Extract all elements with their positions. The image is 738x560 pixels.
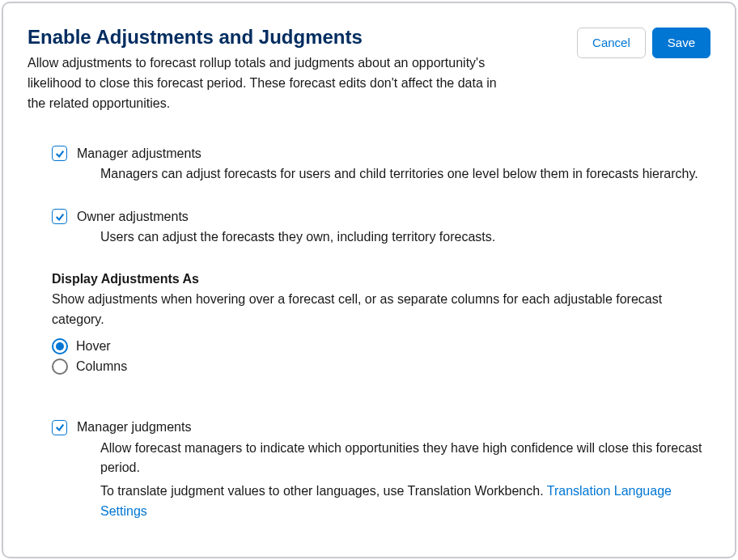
modal-content: Manager adjustments Managers can adjust … [28,146,710,521]
radio-hover[interactable] [52,338,68,354]
manager-judgments-row: Manager judgments [52,420,702,435]
radio-columns[interactable] [52,358,68,375]
manager-adjustments-checkbox[interactable] [52,146,67,161]
manager-judgments-desc2-prefix: To translate judgment values to other la… [100,484,547,498]
radio-hover-row: Hover [52,338,702,354]
owner-adjustments-checkbox[interactable] [52,209,67,224]
radio-columns-label: Columns [76,359,127,374]
header-text-block: Enable Adjustments and Judgments Allow a… [28,26,497,113]
modal-header: Enable Adjustments and Judgments Allow a… [28,26,710,113]
owner-adjustments-desc: Users can adjust the forecasts they own,… [100,227,702,248]
check-icon [55,422,65,432]
display-adjustments-desc: Show adjustments when hovering over a fo… [52,290,702,330]
check-icon [55,149,65,159]
modal-subtitle: Allow adjustments to forecast rollup tot… [28,53,497,113]
check-icon [55,212,65,222]
header-buttons: Cancel Save [577,28,710,58]
manager-adjustments-option: Manager adjustments Managers can adjust … [52,146,702,185]
display-adjustments-section: Display Adjustments As Show adjustments … [52,272,702,375]
owner-adjustments-label: Owner adjustments [77,210,189,224]
manager-judgments-desc: Allow forecast managers to indicate whic… [100,439,702,479]
manager-judgments-desc2: To translate judgment values to other la… [100,482,702,522]
enable-adjustments-modal: Enable Adjustments and Judgments Allow a… [2,2,736,558]
manager-judgments-label: Manager judgments [77,420,191,435]
display-adjustments-heading: Display Adjustments As [52,272,702,286]
manager-adjustments-label: Manager adjustments [77,146,201,161]
cancel-button[interactable]: Cancel [577,28,646,58]
radio-hover-label: Hover [76,339,111,354]
save-button[interactable]: Save [652,28,710,58]
manager-judgments-option: Manager judgments Allow forecast manager… [52,420,702,522]
manager-adjustments-desc: Managers can adjust forecasts for users … [100,164,702,185]
modal-title: Enable Adjustments and Judgments [28,26,497,49]
radio-columns-row: Columns [52,358,702,375]
manager-judgments-checkbox[interactable] [52,420,67,435]
owner-adjustments-option: Owner adjustments Users can adjust the f… [52,209,702,248]
manager-adjustments-row: Manager adjustments [52,146,702,161]
display-adjustments-radio-group: Hover Columns [52,338,702,375]
owner-adjustments-row: Owner adjustments [52,209,702,224]
